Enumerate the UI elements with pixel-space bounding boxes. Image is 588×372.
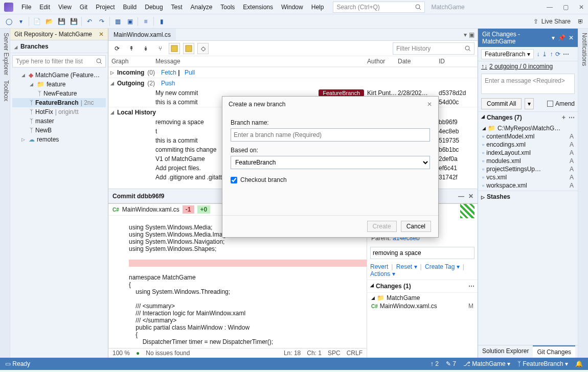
tool2-icon[interactable]: ▣	[125, 17, 134, 26]
more-icon[interactable]: ⋯	[468, 283, 474, 290]
menu-project[interactable]: Project	[93, 2, 118, 13]
branch-filter[interactable]: Type here to filter the list	[12, 55, 106, 67]
changed-file[interactable]: ▫encodings.xmlA	[480, 141, 576, 149]
menu-file[interactable]: File	[18, 2, 34, 13]
bookmark-icon[interactable]: ▮	[157, 17, 166, 26]
based-on-select[interactable]: FeatureBranch	[231, 156, 430, 169]
outgoing-section[interactable]: ◢Outgoing(2)Push	[108, 78, 478, 88]
branch-indicator[interactable]: ᛉ FeatureBranch ▾	[517, 360, 568, 367]
undo-icon[interactable]: ↶	[85, 17, 94, 26]
project-node[interactable]: ◢📁MatchGame	[369, 294, 476, 302]
notification-icon[interactable]: 🔔	[575, 360, 583, 367]
minimize-icon[interactable]: —	[547, 4, 553, 11]
save-icon[interactable]: 💾	[57, 17, 66, 26]
refresh-icon[interactable]: ⟳	[111, 43, 123, 54]
menu-debug[interactable]: Debug	[142, 2, 166, 13]
forward-icon[interactable]: ▾	[16, 17, 26, 26]
solution-explorer-tab[interactable]: Solution Explorer	[478, 345, 533, 358]
live-share[interactable]: ⇪ Live Share ⛨	[533, 18, 584, 25]
maximize-icon[interactable]: ▣	[469, 31, 474, 38]
incoming-section[interactable]: ▷Incoming(0)Fetch | Pull	[108, 67, 478, 78]
new-icon[interactable]: 📄	[32, 17, 41, 26]
branch-hotfix[interactable]: ᛉHotFix | origin/tt	[12, 107, 106, 117]
close-icon[interactable]: ✕	[468, 193, 473, 200]
branch-featurebranch[interactable]: ᛉFeatureBranch | 2nc	[12, 98, 106, 107]
commit-message-input[interactable]	[370, 247, 474, 259]
fetch-link[interactable]: Fetch	[161, 69, 176, 76]
actions-link[interactable]: Actions ▾	[370, 270, 395, 277]
close-icon[interactable]: ✕	[569, 34, 574, 41]
server-explorer-tab[interactable]: Server Explorer	[0, 33, 10, 75]
commit-all-button[interactable]: Commit All	[481, 98, 522, 109]
changed-file[interactable]: C#MainWindow.xaml.csM	[369, 302, 476, 310]
push-icon[interactable]: ↑	[550, 51, 553, 58]
changes-count[interactable]: ✎ 7	[446, 360, 456, 367]
revert-link[interactable]: Revert	[370, 263, 388, 270]
create-tag-link[interactable]: Create Tag ▾	[425, 263, 460, 270]
changed-file[interactable]: ▫workspace.xmlA	[480, 181, 576, 190]
history-filter[interactable]: Filter History	[393, 42, 474, 55]
back-icon[interactable]: ◯	[4, 17, 13, 26]
redo-icon[interactable]: ↷	[97, 17, 106, 26]
view3-icon[interactable]: ◇	[197, 43, 209, 54]
menu-test[interactable]: Test	[168, 2, 186, 13]
branch-selector[interactable]: FeatureBranch▾	[481, 49, 534, 59]
menu-analyze[interactable]: Analyze	[188, 2, 216, 13]
commit-split-button[interactable]: ▾	[525, 98, 534, 109]
push-icon[interactable]: ↟	[126, 43, 137, 54]
more-icon[interactable]: ⋯	[569, 114, 575, 121]
pull-link[interactable]: Pull	[185, 69, 195, 76]
menu-edit[interactable]: Edit	[36, 2, 53, 13]
merge-icon[interactable]: ⑂	[154, 43, 166, 54]
menu-build[interactable]: Build	[120, 2, 140, 13]
changed-file[interactable]: ▫projectSettingsUp…A	[480, 165, 576, 173]
checkout-checkbox[interactable]	[231, 177, 237, 183]
pull-icon[interactable]: ⤓	[542, 51, 547, 58]
menu-view[interactable]: View	[55, 2, 75, 13]
root-folder[interactable]: ◢📁C:\MyRepos\MatchG…	[480, 124, 576, 132]
branches-header[interactable]: Branches	[10, 40, 108, 53]
menu-extensions[interactable]: Extensions	[240, 2, 276, 13]
close-icon[interactable]: ✕	[99, 31, 104, 38]
maximize-icon[interactable]: ▢	[563, 4, 569, 11]
branch-master[interactable]: ᛉmaster	[12, 117, 106, 126]
repo-indicator[interactable]: ⎇ MatchGame ▾	[463, 360, 510, 367]
indent-icon[interactable]: ≡	[141, 17, 150, 26]
saveall-icon[interactable]: 💾	[69, 17, 78, 26]
sync-status[interactable]: ↑↓2 outgoing / 0 incoming	[478, 61, 578, 72]
branch-newfeature[interactable]: ᛉNewFeature	[12, 89, 106, 98]
open-icon[interactable]: 📂	[44, 17, 54, 26]
changed-file[interactable]: ▫modules.xmlA	[480, 157, 576, 165]
changed-file[interactable]: ▫indexLayout.xmlA	[480, 149, 576, 157]
menu-window[interactable]: Window	[278, 2, 306, 13]
create-button[interactable]: Create	[367, 221, 397, 232]
menu-tools[interactable]: Tools	[217, 2, 238, 13]
branch-name-input[interactable]	[231, 128, 430, 142]
editor-tab[interactable]: MainWindow.xaml.cs	[108, 29, 176, 40]
git-changes-bottom-tab[interactable]: Git Changes	[533, 345, 575, 358]
cancel-button[interactable]: Cancel	[401, 221, 431, 232]
menu-git[interactable]: Git	[77, 2, 91, 13]
outgoing-count[interactable]: ↑ 2	[431, 360, 439, 367]
toolbox-tab[interactable]: Toolbox	[0, 80, 10, 101]
sync-icon[interactable]: ⟳	[555, 51, 560, 58]
notifications-tab[interactable]: Notifications	[578, 33, 588, 66]
view1-icon[interactable]	[169, 43, 180, 54]
changed-file[interactable]: ▫contentModel.xmlA	[480, 132, 576, 141]
menu-help[interactable]: Help	[308, 2, 327, 13]
push-link[interactable]: Push	[161, 80, 175, 87]
repo-root[interactable]: ◢◆MatchGame (Feature…	[12, 71, 106, 80]
add-icon[interactable]: +	[562, 114, 566, 121]
commit-message[interactable]: Enter a message <Required>	[481, 74, 575, 94]
dropdown-icon[interactable]: ▾	[552, 34, 555, 41]
more-icon[interactable]: ⋯	[563, 51, 569, 58]
changed-file[interactable]: ▫vcs.xmlA	[480, 173, 576, 181]
view2-icon[interactable]	[183, 43, 194, 54]
reset-link[interactable]: Reset ▾	[396, 263, 417, 270]
pull-icon[interactable]: ↡	[140, 43, 151, 54]
pin-icon[interactable]: 📌	[558, 34, 566, 41]
minimize-icon[interactable]: —	[458, 193, 464, 200]
branch-newb[interactable]: ᛉNewB	[12, 126, 106, 135]
amend-checkbox[interactable]	[547, 101, 553, 107]
quick-search[interactable]: Search (Ctrl+Q)	[333, 2, 425, 13]
